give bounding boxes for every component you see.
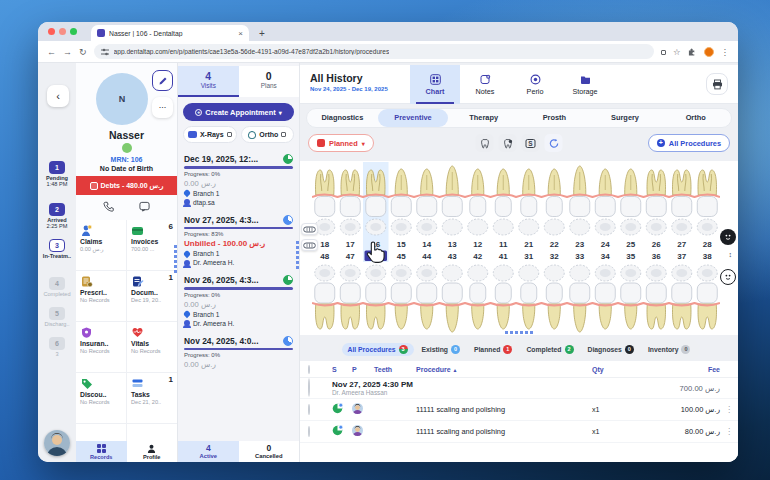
tab-close-icon[interactable]: × bbox=[238, 29, 243, 38]
page-title: All History bbox=[310, 72, 363, 84]
svg-text:27: 27 bbox=[677, 240, 686, 249]
tab-records[interactable]: Records bbox=[76, 441, 127, 462]
visit-group-row[interactable]: Nov 27, 2025 4:30 PM Dr. Ameera Hassan 7… bbox=[300, 378, 738, 399]
tooth-view-button[interactable] bbox=[476, 134, 494, 152]
address-bar[interactable]: app.dentaltap.com/en/p/patients/cae13e5a… bbox=[94, 44, 654, 59]
debts-banner[interactable]: Debts - 480.00 ر.س bbox=[76, 176, 177, 195]
edit-patient-button[interactable] bbox=[152, 70, 173, 91]
ortho-button[interactable]: Ortho bbox=[241, 126, 295, 143]
browser-menu-icon[interactable]: ⋮ bbox=[721, 47, 730, 57]
card-discounts[interactable]: Discou.. No Records bbox=[76, 373, 126, 423]
card-partial[interactable] bbox=[76, 424, 126, 441]
xray-button[interactable]: X-Rays bbox=[183, 126, 237, 143]
card-claims[interactable]: Claims 0.00 ر.س bbox=[76, 220, 126, 270]
browser-tabstrip: Nasser | 106 - Dentaltap × + bbox=[38, 22, 738, 41]
appointment-card[interactable]: Nov 24, 2025, 4:0... Progress: 0% 0.00 ر… bbox=[184, 331, 293, 376]
forward-icon[interactable]: → bbox=[63, 47, 72, 57]
surfaces-button[interactable]: S bbox=[522, 134, 540, 152]
status-six[interactable]: 6 3 bbox=[38, 337, 76, 357]
dental-chart[interactable]: 1848174716461545144413431242114121312232… bbox=[300, 161, 738, 335]
user-avatar[interactable] bbox=[44, 430, 70, 456]
tab-perio[interactable]: Perio bbox=[510, 65, 560, 104]
reload-icon[interactable]: ↻ bbox=[79, 47, 87, 57]
row-checkbox[interactable] bbox=[308, 404, 310, 415]
create-appointment-button[interactable]: + Create Appointment ▾ bbox=[183, 103, 294, 121]
tab-storage[interactable]: Storage bbox=[560, 65, 610, 104]
tab-cancelled-appointments[interactable]: 0 Cancelled bbox=[239, 441, 300, 462]
status-arrived[interactable]: 2 Arrived 2:25 PM bbox=[38, 203, 76, 229]
subtab-diagnostics[interactable]: Diagnostics bbox=[307, 109, 378, 127]
procedure-row[interactable]: 11111 scaling and polishing x1 100.00 ر.… bbox=[300, 399, 738, 421]
appointment-card[interactable]: Nov 26, 2025, 4:3... Progress: 0% 0.00 ر… bbox=[184, 270, 293, 331]
teeth-chart-svg[interactable]: 1848174716461545144413431242114121312232… bbox=[312, 162, 720, 334]
row-menu-icon[interactable]: ⋮ bbox=[720, 427, 738, 436]
appointment-card[interactable]: Nov 27, 2025, 4:3... Progress: 83% Unbil… bbox=[184, 210, 293, 271]
browser-profile-avatar[interactable] bbox=[704, 47, 714, 57]
tune-icon bbox=[101, 48, 109, 56]
planned-filter-dropdown[interactable]: Planned ▾ bbox=[308, 134, 374, 152]
status-in-treatment[interactable]: 3 In-Treatm.. bbox=[38, 239, 76, 259]
procedure-row[interactable]: 11111 scaling and polishing x1 80.00 ر.س… bbox=[300, 421, 738, 443]
card-invoices[interactable]: 6 Invoices 700.00 ... bbox=[127, 220, 177, 270]
chart-horizontal-scrollbar[interactable] bbox=[505, 331, 533, 334]
chat-icon[interactable] bbox=[139, 201, 150, 212]
card-partial-2[interactable] bbox=[127, 424, 177, 441]
browser-tab[interactable]: Nasser | 106 - Dentaltap × bbox=[91, 25, 249, 41]
install-icon[interactable] bbox=[661, 47, 666, 57]
tab-plans[interactable]: 0 Plans bbox=[239, 66, 300, 97]
lower-jaw-toggle[interactable] bbox=[301, 239, 318, 251]
card-documents[interactable]: 1 Docum.. Dec 19, 20.. bbox=[127, 271, 177, 321]
status-discharged[interactable]: 5 Discharg.. bbox=[38, 307, 76, 327]
status-completed[interactable]: 4 Completed bbox=[38, 277, 76, 297]
patient-more-button[interactable]: ... bbox=[152, 97, 173, 118]
smiley-outline-button[interactable] bbox=[720, 269, 736, 285]
tab-visits[interactable]: 4 Visits bbox=[178, 66, 239, 97]
tab-profile[interactable]: Profile bbox=[127, 441, 178, 462]
collapse-sidebar-button[interactable]: ‹ bbox=[47, 85, 69, 107]
select-all-checkbox[interactable] bbox=[308, 365, 310, 374]
extensions-icon[interactable] bbox=[688, 47, 697, 56]
card-insurance[interactable]: Insuran.. No Records bbox=[76, 322, 126, 372]
filter-diagnoses[interactable]: Diagnoses0 bbox=[582, 343, 640, 356]
tab-title: Nasser | 106 - Dentaltap bbox=[109, 30, 234, 37]
close-window-button[interactable] bbox=[48, 28, 55, 35]
filter-inventory[interactable]: Inventory0 bbox=[642, 343, 697, 356]
refresh-button[interactable] bbox=[545, 134, 563, 152]
subtab-prosth[interactable]: Prosth bbox=[519, 109, 590, 127]
appointment-card[interactable]: Dec 19, 2025, 12:... Progress: 0% 0.00 ر… bbox=[184, 149, 293, 210]
card-vitals[interactable]: Vitals No Records bbox=[127, 322, 177, 372]
card-tasks[interactable]: 1 Tasks Dec 21, 20.. bbox=[127, 373, 177, 423]
maximize-window-button[interactable] bbox=[70, 28, 77, 35]
filter-planned[interactable]: Planned1 bbox=[468, 343, 518, 356]
chevron-down-icon: ▾ bbox=[362, 140, 365, 147]
print-button[interactable] bbox=[706, 73, 728, 95]
tab-notes[interactable]: Notes bbox=[460, 65, 510, 104]
new-tab-button[interactable]: + bbox=[259, 28, 265, 39]
zoom-arrows-icon[interactable]: ↕ bbox=[729, 251, 733, 258]
patient-scrollbar[interactable] bbox=[174, 245, 177, 275]
smiley-dark-button[interactable] bbox=[720, 229, 736, 245]
status-pending[interactable]: 1 Pending 1:48 PM bbox=[38, 161, 76, 187]
subtab-ortho[interactable]: Ortho bbox=[660, 109, 731, 127]
appointments-scrollbar[interactable] bbox=[296, 241, 299, 271]
upper-jaw-toggle[interactable] bbox=[301, 223, 318, 235]
tab-chart[interactable]: Chart bbox=[410, 65, 460, 104]
filter-all-procedures[interactable]: All Procedures3 bbox=[342, 343, 414, 356]
back-icon[interactable]: ← bbox=[47, 47, 56, 57]
card-prescriptions[interactable]: Prescri.. No Records bbox=[76, 271, 126, 321]
subtab-preventive[interactable]: Preventive bbox=[378, 109, 449, 127]
minimize-window-button[interactable] bbox=[59, 28, 66, 35]
all-procedures-button[interactable]: + All Procedures bbox=[648, 134, 730, 152]
bookmark-star-icon[interactable]: ☆ bbox=[673, 47, 681, 57]
phone-icon[interactable] bbox=[103, 201, 114, 212]
tab-active-appointments[interactable]: 4 Active bbox=[178, 441, 239, 462]
row-checkbox[interactable] bbox=[308, 426, 310, 437]
subtab-surgery[interactable]: Surgery bbox=[590, 109, 661, 127]
row-checkbox[interactable] bbox=[308, 378, 310, 397]
row-menu-icon[interactable]: ⋮ bbox=[720, 405, 738, 414]
filter-existing[interactable]: Existing0 bbox=[416, 343, 466, 356]
sort-procedure[interactable]: Procedure ▲ bbox=[416, 366, 592, 373]
tooth-settings-button[interactable] bbox=[499, 134, 517, 152]
subtab-therapy[interactable]: Therapy bbox=[448, 109, 519, 127]
filter-completed[interactable]: Completed2 bbox=[520, 343, 579, 356]
